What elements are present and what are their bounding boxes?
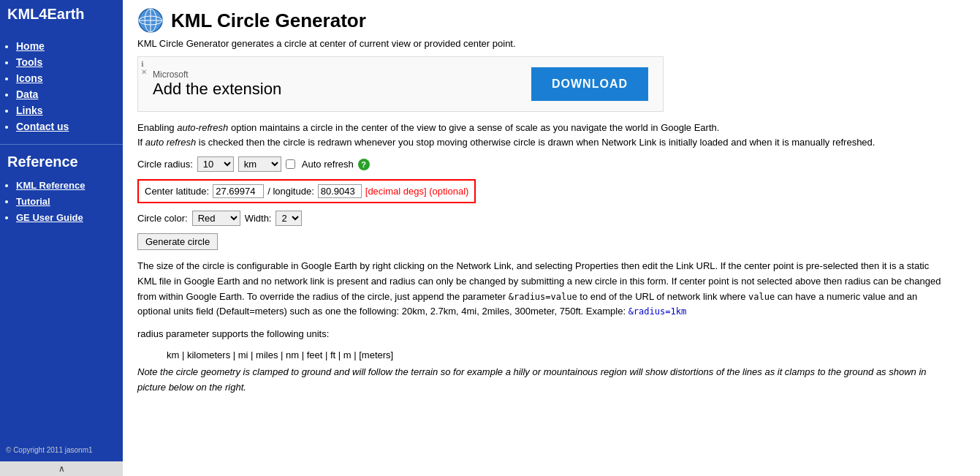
sidebar-link-ge-user-guide[interactable]: GE User Guide (16, 212, 83, 223)
help-icon[interactable]: ? (358, 159, 370, 170)
longitude-input[interactable] (318, 184, 362, 198)
sidebar-item-icons[interactable]: Icons (16, 72, 123, 84)
description-text: Enabling auto-refresh option maintains a… (137, 121, 941, 149)
scroll-to-top-button[interactable]: ∧ (0, 461, 123, 476)
sidebar-link-tools[interactable]: Tools (16, 56, 42, 68)
width-select[interactable]: 2 1 3 4 5 (276, 211, 302, 226)
italic-note: Note the circle geometry is clamped to g… (137, 365, 941, 396)
ad-headline: Add the extension (153, 80, 281, 99)
sidebar-link-kml-reference[interactable]: KML Reference (16, 180, 85, 191)
auto-refresh-label: Auto refresh (302, 159, 354, 170)
sidebar-item-tools[interactable]: Tools (16, 56, 123, 68)
sidebar: KML4Earth Home Tools Icons Data Links Co… (0, 0, 123, 476)
latitude-input[interactable] (213, 184, 264, 198)
unit-select[interactable]: km miles nm feet m (238, 156, 281, 172)
page-title-row: KML Circle Generator (137, 7, 965, 34)
generate-circle-button[interactable]: Generate circle (137, 233, 218, 250)
sidebar-item-home[interactable]: Home (16, 40, 123, 52)
sidebar-item-data[interactable]: Data (16, 88, 123, 100)
optional-text: [decimal degs] (optional) (365, 186, 469, 197)
center-coordinates-box: Center latitude: / longitude: [decimal d… (137, 179, 476, 203)
color-form-row: Circle color: Red Blue Green Yellow Whit… (137, 211, 965, 226)
sidebar-link-home[interactable]: Home (16, 40, 45, 52)
sidebar-item-links[interactable]: Links (16, 105, 123, 116)
sidebar-item-tutorial[interactable]: Tutorial (16, 196, 123, 207)
ad-banner-left: Microsoft Add the extension (153, 69, 281, 99)
width-label: Width: (245, 213, 272, 224)
page-title: KML Circle Generator (171, 10, 366, 32)
sidebar-item-contact[interactable]: Contact us (16, 121, 123, 132)
ad-close-icon[interactable]: ℹ✕ (141, 60, 147, 76)
radius-param-text: radius parameter supports the following … (137, 327, 941, 342)
globe-icon (137, 7, 164, 34)
sidebar-item-ge-user-guide[interactable]: GE User Guide (16, 212, 123, 223)
main-content: KML Circle Generator KML Circle Generato… (123, 0, 980, 476)
sidebar-reference-nav: KML Reference Tutorial GE User Guide (0, 175, 123, 228)
sidebar-link-contact[interactable]: Contact us (16, 121, 69, 132)
sidebar-logo: KML4Earth (0, 0, 123, 29)
ad-brand: Microsoft (153, 69, 281, 80)
center-lat-label: Center latitude: (145, 186, 209, 197)
sidebar-link-links[interactable]: Links (16, 105, 43, 116)
ad-download-button[interactable]: DOWNLOAD (531, 67, 648, 101)
page-subtitle: KML Circle Generator generates a circle … (137, 38, 965, 49)
color-label: Circle color: (137, 213, 188, 224)
lon-separator: / longitude: (267, 186, 314, 197)
sidebar-copyright: © Copyright 2011 jasonm1 (0, 440, 123, 460)
radius-select[interactable]: 10 5 20 50 100 (197, 156, 234, 172)
sidebar-nav: Home Tools Icons Data Links Contact us (0, 29, 123, 145)
sidebar-reference-title: Reference (0, 145, 123, 175)
sidebar-link-tutorial[interactable]: Tutorial (16, 196, 50, 207)
sidebar-item-kml-reference[interactable]: KML Reference (16, 180, 123, 191)
radius-form-row: Circle radius: 10 5 20 50 100 km miles n… (137, 156, 965, 172)
sidebar-link-data[interactable]: Data (16, 88, 38, 100)
radius-label: Circle radius: (137, 159, 193, 170)
units-list: km | kilometers | mi | miles | nm | feet… (167, 350, 965, 360)
info-paragraph-1: The size of the circle is configurable i… (137, 259, 941, 320)
auto-refresh-checkbox[interactable] (286, 159, 295, 169)
sidebar-link-icons[interactable]: Icons (16, 72, 43, 84)
color-select[interactable]: Red Blue Green Yellow White Black (192, 211, 240, 226)
ad-banner: ℹ✕ Microsoft Add the extension DOWNLOAD (137, 56, 664, 112)
